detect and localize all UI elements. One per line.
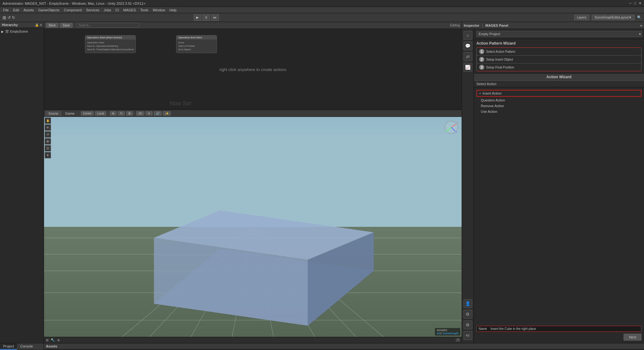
scale-tool-btn2[interactable]: ⊞: [45, 138, 51, 145]
menu-gameobjects[interactable]: GameObjects: [36, 8, 61, 12]
settings-icon-btn[interactable]: ⚙: [464, 310, 472, 319]
menu-component[interactable]: Component: [62, 8, 84, 12]
hand-tool-btn[interactable]: ✋: [45, 118, 51, 124]
apw-step-num-1: 1: [479, 49, 484, 54]
local-btn[interactable]: Local: [95, 111, 106, 116]
2d-btn[interactable]: 2D: [136, 111, 144, 116]
layers-dropdown[interactable]: Layers: [574, 15, 589, 20]
right-icons-col: ⌂ 💬 ⇄ 📈 👤 ⚙ ⚙ PZ: [462, 29, 474, 343]
vp-ctrl-separator: |: [108, 112, 108, 115]
hierarchy-expand-icon[interactable]: ▶: [1, 30, 4, 33]
apw-step-2[interactable]: 2 Setup Insert Object: [477, 56, 641, 63]
search-icon[interactable]: 🔍: [637, 15, 641, 19]
aw-option-use-label: Use Action: [481, 110, 497, 113]
toolbar-undo[interactable]: ↺: [8, 15, 11, 20]
edit-scenegraph-label[interactable]: Edit SceneGraph: [437, 332, 458, 335]
menu-ci[interactable]: CI: [114, 8, 121, 12]
mages-panel-label[interactable]: MAGES Panel: [486, 24, 508, 27]
aw-option-use[interactable]: Use Action: [476, 109, 641, 114]
vp-status-icon3[interactable]: ⊕: [57, 338, 60, 342]
viewport-canvas[interactable]: ✋ ✛ ↺ ⊞ ⊡ ✦ X Y Z: [44, 117, 462, 337]
share-icon-btn[interactable]: ⇄: [464, 52, 472, 61]
main-toolbar: ⊞ ↺ ↻ ▶ ⏸ ⏭ Layers SceneGraphEditsLayout…: [0, 13, 644, 22]
move-tool-btn[interactable]: ⊕: [110, 111, 117, 116]
minimize-btn[interactable]: ─: [629, 1, 632, 5]
scene-tab[interactable]: Scene: [45, 111, 61, 116]
center-btn[interactable]: Center: [81, 111, 94, 116]
pz-btn[interactable]: PZ: [464, 331, 472, 340]
hierarchy-lock-icon[interactable]: 🔒: [35, 23, 39, 27]
hierarchy-scene-item[interactable]: EmptyScene: [10, 30, 28, 33]
viewport-left-tools: ✋ ✛ ↺ ⊞ ⊡ ✦: [45, 118, 51, 158]
game-tab[interactable]: Game: [62, 111, 78, 116]
aw-option-remove[interactable]: Remove Action: [476, 103, 641, 109]
inspector-expand-icon[interactable]: »: [640, 24, 642, 27]
pause-button[interactable]: ⏸: [203, 14, 210, 21]
close-btn[interactable]: ✕: [639, 1, 641, 5]
apw-steps: 1 Select Action Pattern 2 Setup Insert O…: [476, 47, 641, 71]
name-input[interactable]: [491, 327, 639, 331]
home-icon-btn[interactable]: ⌂: [464, 31, 472, 40]
project-panel: Project Console ▶ ⭐ Favorites 🔍 New Save…: [0, 343, 44, 350]
chat-icon-btn[interactable]: 💬: [464, 41, 472, 50]
project-dropdown: Empty Project ▼: [474, 29, 644, 39]
aw-option-insert[interactable]: • Insert Action: [476, 90, 641, 97]
fx-btn[interactable]: ✨: [163, 111, 171, 116]
menu-file[interactable]: File: [1, 8, 11, 12]
menu-mages[interactable]: MAGES: [121, 8, 138, 12]
apw-step-1[interactable]: 1 Select Action Pattern: [477, 48, 641, 56]
apw-step-num-2: 2: [479, 57, 484, 62]
menu-tools[interactable]: Tools: [138, 8, 150, 12]
name-row: Name: [476, 326, 641, 332]
aw-option-question[interactable]: Question Action: [476, 97, 641, 103]
apw-step-3[interactable]: 3 Setup Final Position: [477, 63, 641, 71]
search-input[interactable]: [76, 23, 139, 28]
project-tab[interactable]: Project: [0, 343, 17, 350]
main-layout: Hierarchy 🔒 ≡ ▶ 🎬 EmptyScene Back Save: [0, 22, 644, 343]
hierarchy-menu-icon[interactable]: ≡: [40, 23, 42, 27]
person-icon-btn[interactable]: 👤: [464, 299, 472, 308]
apw-title: Action Pattern Wizard: [476, 41, 641, 46]
play-button[interactable]: ▶: [194, 14, 201, 21]
back-button[interactable]: Back: [46, 23, 58, 28]
maximize-btn[interactable]: □: [634, 1, 636, 5]
rotate-tool-btn2[interactable]: ↺: [45, 131, 51, 138]
menu-edit[interactable]: Edit: [11, 8, 21, 12]
save-button[interactable]: Save: [60, 23, 73, 28]
step-button[interactable]: ⏭: [211, 14, 219, 21]
menu-bar: File Edit Assets GameObjects Component S…: [0, 7, 644, 13]
vp-fps: :25: [455, 338, 460, 342]
sg-node-start[interactable]: Operation Start (Start Action) Operation…: [85, 35, 136, 53]
layout-dropdown[interactable]: SceneGraphEditsLayout▼: [592, 15, 635, 20]
menu-services[interactable]: Services: [84, 8, 101, 12]
viewport-controls: Center Local | ⊕ ↻ ⊞ | 2D ☀ 🔊 ✨: [81, 111, 171, 116]
aw-subheader: Select Action: [474, 81, 644, 87]
scene-graph-hint: right click anywhere to create actions: [219, 67, 286, 72]
scene-gizmo[interactable]: X Y Z: [443, 119, 459, 135]
sg-node-end[interactable]: Operation End Slice None Start of Prefab…: [176, 35, 217, 53]
move-tool-btn2[interactable]: ✛: [45, 124, 51, 131]
rotate-tool-btn[interactable]: ↻: [118, 111, 125, 116]
svg-text:Y: Y: [445, 131, 447, 133]
project-select[interactable]: Empty Project: [476, 31, 642, 37]
window-title: Administrator: MAGES_NXT - EmptyScene - …: [3, 2, 146, 5]
rect-tool-btn[interactable]: ⊡: [45, 145, 51, 151]
right-panel: Inspector | MAGES Panel » ⌂ 💬 ⇄ 📈 👤 ⚙ ⚙ …: [462, 22, 644, 343]
chart-icon-btn[interactable]: 📈: [464, 63, 472, 72]
menu-jobs[interactable]: Jobs: [102, 8, 113, 12]
vp-status-icon2[interactable]: 🔦: [51, 338, 55, 342]
next-button[interactable]: Next: [624, 334, 641, 341]
menu-window[interactable]: Window: [151, 8, 167, 12]
bottom-tabs: Project Console: [0, 343, 44, 350]
audio-btn[interactable]: 🔊: [154, 111, 162, 116]
custom-tool-btn[interactable]: ✦: [45, 152, 51, 158]
toolbar-redo[interactable]: ↻: [12, 15, 15, 20]
vp-status-icon1[interactable]: ⊞: [46, 338, 48, 342]
menu-assets[interactable]: Assets: [22, 8, 36, 12]
menu-help[interactable]: Help: [168, 8, 179, 12]
viewport-tabs: Scene Game Center Local | ⊕ ↻ ⊞ | 2D ☀ 🔊…: [44, 110, 462, 117]
console-tab[interactable]: Console: [17, 343, 36, 350]
scale-tool-btn[interactable]: ⊞: [126, 111, 133, 116]
settings2-icon-btn[interactable]: ⚙: [464, 320, 472, 329]
light-btn[interactable]: ☀: [146, 111, 153, 116]
